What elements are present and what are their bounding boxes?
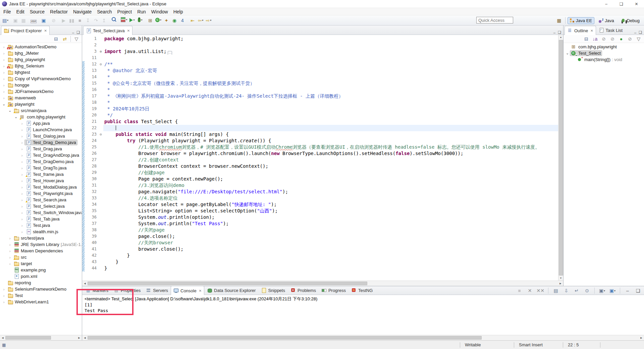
outline-item-test-select[interactable]: ⌄Test_Select [564, 50, 644, 56]
explorer-item-app-java[interactable]: ›App.java [0, 120, 82, 127]
scroll-lock-button[interactable]: ⇩ [562, 287, 570, 295]
view-menu-button[interactable]: ▽ [635, 35, 643, 43]
explorer-horizontal-scrollbar[interactable]: ◀ ▶ [0, 335, 82, 340]
clear-console-button[interactable]: ▤ [552, 287, 560, 295]
open-perspective-button[interactable]: ▦ [555, 16, 563, 24]
hide-non-public-members-button[interactable]: ● [617, 35, 625, 43]
explorer-item-reportng[interactable]: reportng [0, 280, 82, 286]
scrollbar-thumb[interactable] [5, 336, 51, 340]
maximize-panel-icon[interactable]: ❑ [639, 30, 642, 35]
explorer-item-test-select-java[interactable]: ›Test_Select.java [0, 203, 82, 209]
new-java-package-button[interactable]: ⊞ [146, 16, 154, 24]
explorer-item-test-dragdemo-java[interactable]: ›Test_DragDemo.java [0, 158, 82, 165]
editor-horizontal-scrollbar[interactable]: ◀ ▶ [82, 281, 563, 286]
magic-wand-button[interactable]: ✦ [162, 16, 170, 24]
menu-navigate[interactable]: Navigate [70, 8, 94, 15]
minimize-panel-icon[interactable]: – [72, 31, 74, 35]
expand-arrow-icon[interactable]: › [7, 249, 12, 253]
explorer-item-copy-of-vipframeworkdemo[interactable]: ›Copy of VipFrameworkDemo [0, 76, 82, 82]
tab-test-select-java[interactable]: Test_Select.java ✕ [83, 26, 132, 35]
quick-access-input[interactable] [476, 17, 513, 23]
tab-testng[interactable]: TestNG [348, 286, 375, 295]
explorer-item-src[interactable]: ›src [0, 254, 82, 260]
expand-arrow-icon[interactable]: › [19, 204, 24, 208]
menu-search[interactable]: Search [94, 8, 114, 15]
explorer-item-test-tab-java[interactable]: ›Test_Tab.java [0, 216, 82, 222]
explorer-item-webdriverlearn1[interactable]: ›WebDriverLearn1 [0, 299, 82, 305]
fold-collapse-icon[interactable]: ⊖ [98, 61, 103, 67]
debug-as-button[interactable]: ▾ [136, 16, 144, 24]
code-editor[interactable]: 1package com.bjhg.playwright;23⊕import j… [82, 35, 558, 281]
tab-task-list[interactable]: Task List [596, 26, 626, 35]
explorer-item-test-hover-java[interactable]: ›Test_Hover.java [0, 178, 82, 184]
step-over-button[interactable]: ↷ [92, 16, 100, 24]
expand-arrow-icon[interactable]: › [7, 236, 12, 240]
explorer-item-stealth-min-js[interactable]: ›stealth.min.js [0, 229, 82, 235]
scroll-right-icon[interactable]: ▶ [639, 337, 644, 339]
binary-file-button[interactable]: 010 [30, 17, 38, 26]
menu-run[interactable]: Run [135, 8, 149, 15]
scroll-left-icon[interactable]: ◀ [82, 337, 88, 339]
expand-arrow-icon[interactable]: › [19, 198, 24, 202]
editor-vertical-scrollbar[interactable]: ▲ ▼ [558, 35, 563, 281]
web-service-button[interactable]: ◉ [170, 16, 178, 24]
hide-local-types-button[interactable]: ⊘ [626, 35, 634, 43]
expand-arrow-icon[interactable]: › [19, 128, 24, 132]
fold-expand-icon[interactable]: ⊕ [98, 48, 103, 55]
close-icon[interactable]: ✕ [44, 29, 47, 33]
scroll-left-icon[interactable]: ◀ [82, 282, 88, 285]
explorer-item-automationtestdemo[interactable]: ›AutomationTestDemo [0, 44, 82, 50]
tab-snippets[interactable]: Snippets [258, 286, 288, 295]
step-return-button[interactable]: ↥ [100, 16, 108, 24]
java-ee-4-button[interactable]: 4 [178, 16, 186, 24]
explorer-item-test[interactable]: ›Test [0, 292, 82, 299]
scroll-down-icon[interactable]: ▼ [558, 276, 563, 281]
link-with-editor-button[interactable]: ⇄ [61, 35, 69, 43]
tab-outline[interactable]: Outline ✕ [565, 26, 596, 35]
coverage-button[interactable]: ▾ [120, 15, 128, 23]
collapse-arrow-icon[interactable]: ⌄ [13, 115, 18, 119]
maximize-panel-icon[interactable]: ❑ [558, 30, 561, 35]
tab-servers[interactable]: Servers [143, 286, 171, 295]
remove-launch-button[interactable]: ✕ [526, 287, 534, 295]
expand-arrow-icon[interactable]: › [1, 90, 6, 94]
scroll-right-icon[interactable]: ▶ [558, 282, 563, 285]
expand-arrow-icon[interactable]: › [19, 192, 24, 196]
explorer-item-launchchrome-java[interactable]: ›LaunchChrome.java [0, 127, 82, 133]
perspective-debug[interactable]: Debug [619, 17, 642, 24]
outline-item-main-string[interactable]: main(String[]) : void [564, 56, 644, 63]
remove-all-launches-button[interactable]: ✕✕ [536, 287, 545, 295]
expand-arrow-icon[interactable]: › [7, 255, 12, 259]
explorer-item-src-test-java[interactable]: ›src/test/java [0, 235, 82, 241]
minimize-panel-icon[interactable]: – [634, 31, 636, 35]
explorer-item-hongge[interactable]: ›hongge [0, 82, 82, 88]
display-selected-console-button[interactable]: ▣▾ [598, 287, 606, 295]
expand-arrow-icon[interactable]: › [19, 160, 24, 164]
expand-arrow-icon[interactable]: › [19, 153, 24, 157]
tab-progress[interactable]: Progress [319, 286, 348, 295]
expand-arrow-icon[interactable]: › [7, 262, 12, 266]
suspend-button[interactable]: ▮▮ [68, 16, 76, 24]
explorer-item-test-draganddrop-java[interactable]: ›Test_DragAndDrop.java [0, 152, 82, 158]
tab-console[interactable]: Console✕ [171, 286, 204, 295]
hide-static-members-button[interactable]: ⊘ [608, 35, 616, 43]
last-edit-location-button[interactable]: ⇤ [189, 16, 197, 24]
explorer-item-test-drag-demo-java[interactable]: ›Test_Drag_Demo.java [0, 139, 82, 146]
tab-problems[interactable]: Problems [288, 286, 319, 295]
expand-arrow-icon[interactable]: › [19, 217, 24, 221]
expand-arrow-icon[interactable]: › [1, 64, 6, 68]
scroll-up-icon[interactable]: ▲ [558, 35, 563, 40]
explorer-item-jdframeworkdemo[interactable]: ›JDFrameworkDemo [0, 88, 82, 95]
console-horizontal-scrollbar[interactable]: ◀ ▶ [82, 335, 644, 340]
hide-fields-button[interactable]: ⊘ [600, 35, 608, 43]
collapse-all-button[interactable]: ⊟ [582, 35, 590, 43]
scroll-left-icon[interactable]: ◀ [0, 337, 5, 339]
maximize-panel-icon[interactable]: ❑ [76, 30, 80, 35]
sort-button[interactable]: ↓a [591, 35, 599, 43]
scrollbar-thumb[interactable] [88, 282, 367, 285]
expand-arrow-icon[interactable]: › [19, 172, 24, 177]
new-wizard-button[interactable]: ▤▾ [1, 16, 9, 24]
minimize-panel-button[interactable]: – [624, 287, 632, 295]
minimize-panel-icon[interactable]: – [553, 31, 555, 35]
explorer-item-src-main-java[interactable]: ⌄src/main/java [0, 107, 82, 114]
